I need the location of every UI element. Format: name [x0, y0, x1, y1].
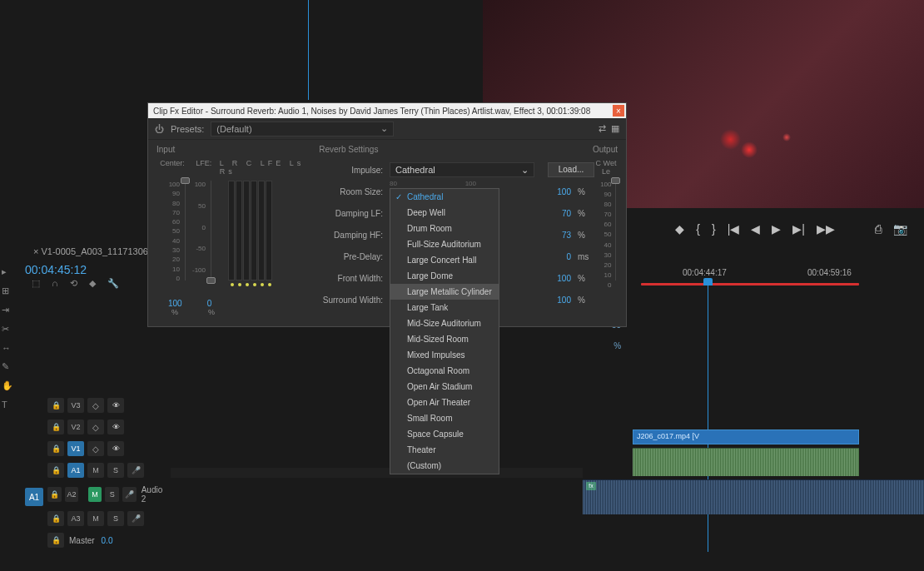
impulse-option[interactable]: Open Air Theater	[390, 395, 499, 410]
track-target[interactable]: V1	[67, 441, 84, 456]
impulse-option[interactable]: Deep Well	[390, 205, 499, 221]
impulse-option[interactable]: Small Room	[390, 410, 499, 426]
param-value[interactable]: 100	[533, 187, 571, 196]
voice-icon[interactable]: 🎤	[127, 463, 144, 478]
impulse-option[interactable]: Cathedral	[390, 189, 499, 205]
track-master[interactable]: Master0.0	[46, 530, 166, 550]
marker-icon[interactable]: ◆	[675, 222, 684, 236]
impulse-option[interactable]: Mid-Size Auditorium	[390, 315, 499, 331]
zoom-slider[interactable]	[624, 238, 907, 241]
mute-button[interactable]: M	[87, 463, 104, 478]
master-val[interactable]: 0.0	[100, 536, 115, 545]
sync-lock-icon[interactable]	[87, 398, 104, 413]
impulse-option[interactable]: Large Tank	[390, 300, 499, 315]
lock-icon[interactable]	[47, 398, 64, 413]
lfe-value[interactable]: 0	[207, 299, 212, 308]
track-target[interactable]: V2	[67, 420, 84, 434]
track-a3[interactable]: A3MS🎤	[46, 509, 166, 529]
sync-lock-icon[interactable]	[87, 420, 104, 434]
tool-type[interactable]: T	[2, 400, 13, 410]
tool-track[interactable]: ⊞	[2, 286, 13, 296]
source-patch-a1[interactable]: A1	[25, 488, 43, 506]
impulse-option[interactable]: Large Metallic Cylinder	[390, 284, 499, 300]
preset-dropdown[interactable]: (Default)⌄	[211, 122, 394, 137]
eye-icon[interactable]	[107, 420, 124, 434]
track-v3[interactable]: V3	[46, 395, 166, 415]
impulse-option[interactable]: Open Air Stadium	[390, 379, 499, 395]
source-timecode[interactable]: 00:04:45:12	[25, 263, 87, 276]
play-back-icon[interactable]: ◀	[751, 222, 760, 236]
track-target[interactable]: A1	[67, 463, 84, 478]
impulse-option[interactable]: (Custom)	[390, 458, 499, 474]
track-a2[interactable]: A2MS🎤Audio 2	[46, 482, 166, 507]
track-a1[interactable]: A1MS🎤	[46, 460, 166, 480]
lfe-slider[interactable]	[211, 181, 211, 281]
magnet-icon[interactable]: ∩	[52, 278, 58, 289]
eye-icon[interactable]	[107, 441, 124, 456]
impulse-option[interactable]: Theater	[390, 442, 499, 458]
work-area-bar[interactable]	[641, 283, 859, 286]
solo-button[interactable]: S	[107, 463, 124, 478]
lock-icon[interactable]	[47, 463, 64, 478]
solo-button[interactable]: S	[105, 487, 119, 502]
param-value[interactable]: 0	[533, 252, 571, 261]
voice-icon[interactable]: 🎤	[127, 511, 144, 526]
wrench-icon[interactable]: 🔧	[107, 278, 119, 289]
track-v1[interactable]: V1	[46, 439, 166, 459]
power-icon[interactable]: ⏻	[155, 124, 164, 134]
preset-settings-icon[interactable]: ▦	[611, 123, 619, 134]
track-target[interactable]: V3	[67, 398, 84, 413]
param-value[interactable]: 73	[533, 231, 571, 240]
lock-icon[interactable]	[47, 487, 62, 502]
linked-sel-icon[interactable]: ⟲	[70, 278, 77, 289]
center-slider[interactable]	[185, 181, 186, 281]
impulse-option[interactable]: Drum Room	[390, 221, 499, 236]
tool-pen[interactable]: ✎	[2, 361, 13, 372]
export-frame-icon[interactable]: ⎙	[875, 222, 882, 236]
mute-button[interactable]: M	[88, 487, 102, 502]
center-value[interactable]: 100	[168, 299, 182, 308]
mute-button[interactable]: M	[87, 511, 104, 526]
lock-icon[interactable]	[47, 441, 64, 456]
eye-icon[interactable]	[107, 398, 124, 413]
step-back-icon[interactable]: |◀	[728, 222, 740, 236]
track-target[interactable]: A2	[65, 487, 79, 502]
output-slider[interactable]	[615, 181, 616, 281]
playhead-head[interactable]	[703, 278, 713, 286]
close-icon[interactable]: ×	[613, 105, 624, 117]
impulse-dropdown[interactable]: Cathedral⌄	[390, 162, 534, 177]
time-ruler[interactable]: 00:04:44:17 00:04:59:16	[633, 265, 924, 281]
play-fwd-icon[interactable]: ▶|	[792, 222, 805, 236]
track-target[interactable]: A3	[67, 511, 84, 526]
dialog-titlebar[interactable]: Clip Fx Editor - Surround Reverb: Audio …	[148, 103, 626, 118]
source-playhead[interactable]	[308, 0, 309, 100]
tool-razor[interactable]: ✂	[2, 324, 13, 335]
lock-icon[interactable]	[47, 511, 64, 526]
sync-lock-icon[interactable]	[87, 441, 104, 456]
tool-hand[interactable]: ✋	[2, 380, 13, 391]
track-v2[interactable]: V2	[46, 417, 166, 437]
impulse-option[interactable]: Mixed Impulses	[390, 347, 499, 363]
audio-clip-a1[interactable]	[633, 448, 859, 476]
tool-slip[interactable]: ↔	[2, 343, 13, 353]
tool-selection[interactable]: ▸	[2, 266, 13, 277]
play-icon[interactable]: ▶	[772, 222, 781, 236]
impulse-option[interactable]: Large Concert Hall	[390, 252, 499, 268]
audio-clip-a2[interactable]: fx	[583, 479, 924, 514]
snap-icon[interactable]: ⬚	[32, 278, 40, 289]
load-button[interactable]: Load...	[548, 162, 594, 177]
param-value[interactable]: 70	[533, 209, 571, 218]
voice-icon[interactable]: 🎤	[122, 487, 137, 502]
camera-icon[interactable]: 📷	[893, 222, 907, 236]
impulse-option[interactable]: Octagonal Room	[390, 363, 499, 379]
impulse-option[interactable]: Mid-Sized Room	[390, 331, 499, 347]
impulse-option[interactable]: Large Dome	[390, 268, 499, 284]
tool-ripple[interactable]: ⇥	[2, 305, 13, 315]
marker-src-icon[interactable]: ◆	[89, 278, 96, 289]
impulse-option[interactable]: Full-Size Auditorium	[390, 236, 499, 252]
param-value[interactable]: 100	[533, 274, 571, 283]
lock-icon[interactable]	[47, 533, 64, 548]
in-bracket-icon[interactable]: {	[696, 222, 700, 236]
video-clip[interactable]: J206_c017.mp4 [V	[633, 429, 859, 444]
out-bracket-icon[interactable]: }	[712, 222, 716, 236]
